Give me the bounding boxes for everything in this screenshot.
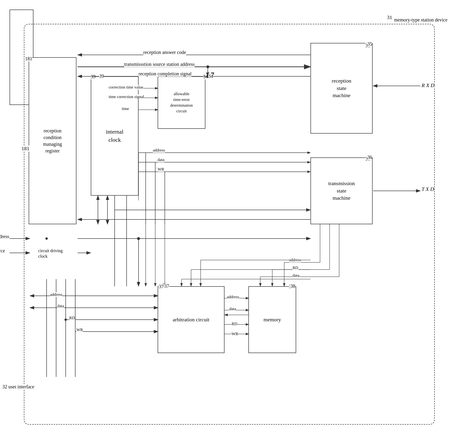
- label-user-interface: 32 user interface: [2, 384, 34, 390]
- label-wr-arb-l: WR: [76, 327, 83, 332]
- label-address-rsm: address: [153, 148, 165, 153]
- label-txd: T X D: [422, 186, 434, 192]
- rcmr-label: receptionconditionmanagingregister: [43, 127, 62, 154]
- label-time-correction-signal: time correction signal: [109, 94, 144, 99]
- label-tx-src-addr: transmissstion source station address: [124, 61, 195, 67]
- ref-atedc-label: 34: [208, 73, 213, 79]
- memory-type-station-device-label: memory-type station device: [394, 17, 447, 23]
- label-data-mem: data: [229, 307, 236, 311]
- label-correction-time-value: correction time value: [109, 85, 143, 90]
- rsm-label: receptionstatemachine: [332, 77, 351, 99]
- ref-181: 181: [25, 56, 32, 61]
- label-rd-mem: RD: [232, 321, 238, 326]
- atedc-label: allowabletime-errordeterminationcircuit: [170, 91, 193, 114]
- block-atedc: allowabletime-errordeterminationcircuit: [158, 76, 205, 129]
- ref-rsm-label: 35: [367, 41, 372, 47]
- ref-37: 37: [159, 284, 164, 289]
- label-address-tsm: address: [289, 258, 301, 262]
- label-wr-rsm: WR: [158, 167, 164, 172]
- block-iclock: internalclock: [91, 76, 139, 196]
- iclock-label: internalclock: [106, 128, 123, 144]
- label-rd-tsm: RD: [293, 265, 298, 270]
- ref-31: 31: [387, 14, 392, 21]
- ref-tsm-label: 36: [367, 155, 372, 160]
- label-circuit-driving-clock: circuit drivingclock: [38, 248, 62, 259]
- ref-39: 39: [91, 74, 96, 79]
- ref-mem-label: 38: [290, 283, 295, 289]
- block-arb: arbitration circuit: [158, 286, 225, 353]
- block-tsm: transmissionstatemachine: [311, 157, 373, 224]
- block-rcmr: receptionconditionmanagingregister: [29, 57, 76, 224]
- label-rxd: R X D: [422, 82, 434, 88]
- label-data-arb-l: data: [57, 304, 64, 309]
- ref-181-label: 181: [22, 145, 29, 152]
- arb-label: arbitration circuit: [173, 316, 209, 323]
- label-rd-arb-l: RD: [69, 315, 75, 320]
- label-reception-answer-code: reception answer code: [143, 50, 186, 55]
- label-clock-source: clock source: [0, 248, 5, 254]
- mem-label: memory: [263, 316, 281, 323]
- ref-34: 34: [203, 74, 208, 79]
- label-time: time: [122, 106, 129, 111]
- ref-arb-label: 37: [164, 283, 169, 289]
- label-data-rsm: data: [158, 157, 164, 162]
- tsm-label: transmissionstatemachine: [328, 180, 355, 202]
- label-address-mem: address: [227, 295, 239, 299]
- label-address-arb-l: address: [50, 292, 62, 297]
- label-data-tsm: data: [293, 273, 299, 278]
- block-rsm: receptionstatemachine: [311, 43, 373, 134]
- ref-iclock-label: 39: [99, 73, 104, 79]
- outer-box: [24, 24, 435, 425]
- label-rx-comp: reception completion signal: [139, 71, 192, 77]
- block-mem: memory: [248, 286, 296, 353]
- label-wr-mem: WR: [232, 332, 238, 336]
- label-station-address: station address: [0, 234, 9, 239]
